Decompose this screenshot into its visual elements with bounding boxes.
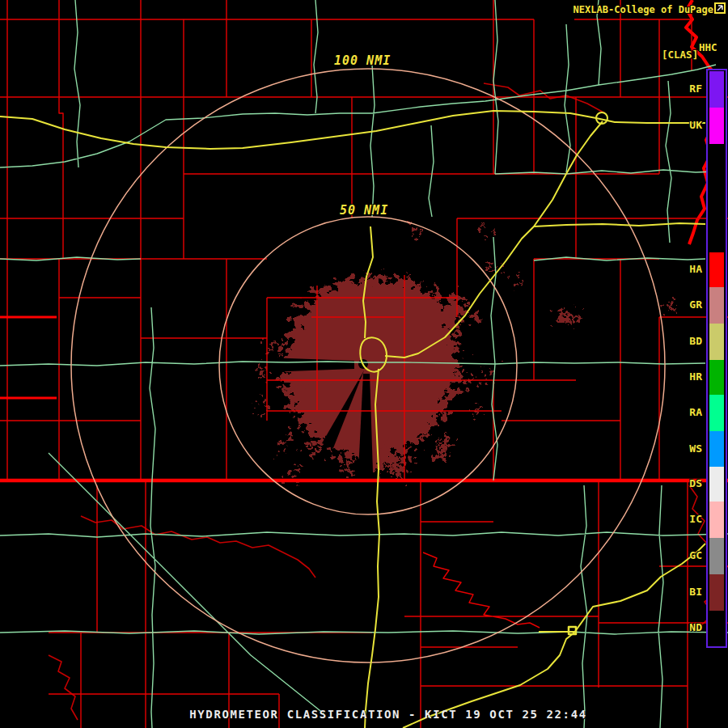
radar-echo-biological bbox=[257, 226, 675, 477]
highway-branch-east bbox=[534, 223, 705, 226]
radar-map-canvas bbox=[0, 0, 728, 728]
legend-label-ic: IC bbox=[676, 513, 702, 526]
legend-label-bi: BI bbox=[676, 586, 702, 599]
county-thick-segments bbox=[0, 317, 57, 398]
legend-label-ds: DS bbox=[676, 477, 702, 490]
legend-label-uk: UK bbox=[676, 119, 702, 132]
legend-swatch-uk bbox=[709, 108, 724, 144]
product-title-bar: HYDROMETEOR CLASSIFICATION - KICT 19 OCT… bbox=[189, 708, 586, 721]
legend-swatch-ds bbox=[709, 467, 724, 502]
legend-swatch-nd bbox=[709, 611, 724, 645]
legend-label-rf: RF bbox=[676, 83, 702, 95]
legend-label-gc: GC bbox=[676, 549, 702, 562]
legend-label-ws: WS bbox=[676, 442, 702, 455]
radar-viewer-screen: NEXLAB-College of DuPage HHC [CLAS] 100 … bbox=[0, 0, 728, 728]
legend-label-bd: BD bbox=[676, 335, 702, 348]
legend-swatch-bi bbox=[709, 574, 724, 611]
legend-swatch-ws bbox=[709, 431, 724, 467]
legend-swatch-rf bbox=[709, 71, 724, 108]
highway-east-west bbox=[0, 111, 705, 149]
product-tag-label: [CLAS] bbox=[662, 49, 698, 61]
legend-label-nd: ND bbox=[676, 621, 702, 634]
legend-label-ra: RA bbox=[676, 406, 702, 419]
legend-swatch-gc bbox=[709, 538, 724, 574]
product-abbr-label: HHC bbox=[699, 41, 717, 53]
legend-swatch-gr bbox=[709, 287, 724, 324]
cod-logo-icon bbox=[714, 2, 726, 14]
legend-swatch-hr bbox=[709, 360, 724, 395]
legend-swatch-ha bbox=[709, 252, 724, 287]
legend-swatch-gap bbox=[709, 144, 724, 252]
legend-swatch-ra bbox=[709, 395, 724, 431]
range-ring-label-50nmi: 50 NMI bbox=[340, 203, 388, 218]
legend-swatch-ic bbox=[709, 502, 724, 538]
legend-swatch-bd bbox=[709, 324, 724, 360]
range-ring-label-100nmi: 100 NMI bbox=[334, 53, 391, 68]
legend-label-hr: HR bbox=[676, 370, 702, 383]
legend-label-gr: GR bbox=[676, 298, 702, 311]
brand-title: NEXLAB-College of DuPage bbox=[574, 4, 713, 15]
legend-label-ha: HA bbox=[676, 263, 702, 276]
